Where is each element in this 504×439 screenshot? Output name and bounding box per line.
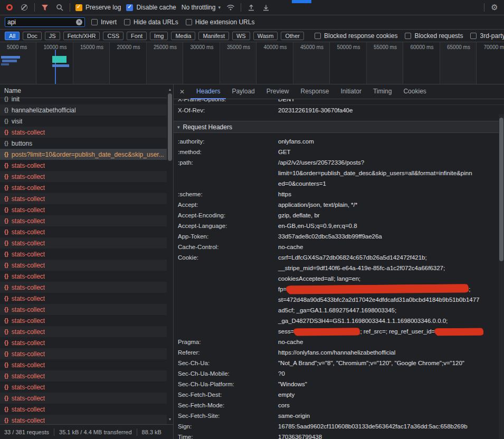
network-overview-timeline[interactable]: 5000 ms10000 ms15000 ms20000 ms25000 ms3… <box>0 42 504 84</box>
record-button[interactable] <box>5 3 14 12</box>
type-filter-js[interactable]: JS <box>45 32 60 40</box>
checkbox-3rd-party-requests[interactable]: 3rd-party requests <box>470 32 504 40</box>
tab-payload[interactable]: Payload <box>226 84 260 99</box>
type-filter-css[interactable]: CSS <box>103 32 123 40</box>
scrollbar-thumb[interactable] <box>499 118 503 261</box>
preserve-log-checkbox[interactable]: Preserve log <box>75 4 121 11</box>
header-name: Accept-Encoding: <box>174 210 278 221</box>
request-row[interactable]: {}stats-collect <box>0 370 167 381</box>
request-row[interactable]: {}stats-collect <box>0 304 167 315</box>
type-filter-fetch-xhr[interactable]: Fetch/XHR <box>63 32 100 40</box>
network-conditions-button[interactable] <box>226 3 235 12</box>
request-row[interactable]: {}stats-collect <box>0 404 167 415</box>
scroll-up-icon[interactable]: ▲ <box>168 87 172 92</box>
detail-scrollbar[interactable] <box>499 114 504 439</box>
request-row[interactable]: {}stats-collect <box>0 171 167 182</box>
filter-toggle-button[interactable] <box>40 3 50 12</box>
settings-button[interactable]: ⚙ <box>490 3 499 12</box>
header-row: X-Frame-Options:DENY <box>174 99 504 105</box>
request-row[interactable]: {}stats-collect <box>0 271 167 282</box>
throttling-dropdown[interactable]: No throttling ▾ <box>182 4 221 11</box>
request-name: stats-collect <box>12 129 45 136</box>
request-row[interactable]: {}stats-collect <box>0 381 167 393</box>
request-row[interactable]: {}stats-collect <box>0 249 167 260</box>
header-row: :path:/api2/v2/users/20572336/posts?limi… <box>174 157 504 189</box>
xhr-icon: {} <box>4 163 8 168</box>
xhr-icon: {} <box>4 207 8 213</box>
request-row[interactable]: {}buttons <box>0 138 167 149</box>
request-row[interactable]: {}stats-collect <box>0 337 167 348</box>
checkbox-hide-data-urls[interactable]: Hide data URLs <box>124 18 178 26</box>
request-row[interactable]: {}hannahelizabethofficial <box>0 104 167 116</box>
request-headers-section-header[interactable]: ▾ Request Headers <box>174 121 504 133</box>
import-har-button[interactable] <box>246 3 256 12</box>
clear-button[interactable] <box>20 3 29 12</box>
type-filter-wasm[interactable]: Wasm <box>253 32 278 40</box>
checkbox-blocked-response-cookies[interactable]: Blocked response cookies <box>315 32 397 40</box>
xhr-icon: {} <box>4 185 8 190</box>
type-filter-other[interactable]: Other <box>281 32 304 40</box>
request-row[interactable]: {}posts?limit=10&order=publish_date_desc… <box>0 149 167 160</box>
type-filter-ws[interactable]: WS <box>232 32 250 40</box>
tab-timing[interactable]: Timing <box>367 84 398 99</box>
request-row[interactable]: {}stats-collect <box>0 393 167 404</box>
header-value-line: ad5cf; _ga=GA1.1.689275447.1698003345; <box>278 305 504 316</box>
close-icon[interactable]: ✕ <box>174 88 191 96</box>
request-row[interactable]: {}stats-collect <box>0 326 167 337</box>
request-row[interactable]: {}stats-collect <box>0 127 167 138</box>
type-filter-all[interactable]: All <box>5 32 20 40</box>
tab-response[interactable]: Response <box>294 84 335 99</box>
clear-filter-icon[interactable]: ✕ <box>76 19 82 25</box>
request-row[interactable]: {}stats-collect <box>0 282 167 293</box>
request-list-scrollbar[interactable]: ▲ ▼ <box>167 84 173 424</box>
scrollbar-thumb[interactable] <box>168 93 172 161</box>
status-divider <box>54 428 54 436</box>
network-filter-bar: ✕ InvertHide data URLsHide extension URL… <box>0 15 504 30</box>
request-row[interactable]: {}stats-collect <box>0 293 167 304</box>
request-row[interactable]: {}stats-collect <box>0 359 167 370</box>
request-row[interactable]: {}init <box>0 93 167 104</box>
request-row[interactable]: {}stats-collect <box>0 193 167 204</box>
request-name: buttons <box>12 140 32 147</box>
toolbar-divider <box>484 3 484 12</box>
tab-cookies[interactable]: Cookies <box>397 84 432 99</box>
request-row[interactable]: {}stats-collect <box>0 260 167 271</box>
xhr-icon: {} <box>4 307 8 312</box>
request-row[interactable]: {}stats-collect <box>0 315 167 326</box>
header-value-line: _ga_D4827DS3H4=GS1.1.1698003344.1.1.1698… <box>278 316 504 326</box>
checkbox-hide-extension-urls[interactable]: Hide extension URLs <box>186 18 255 26</box>
request-row[interactable]: {}stats-collect <box>0 348 167 359</box>
type-filter-manifest[interactable]: Manifest <box>198 32 229 40</box>
request-list: {}init{}hannahelizabethofficial{}visit{}… <box>0 93 167 426</box>
header-value-line: ed=0&counters=1 <box>278 178 504 189</box>
search-button[interactable] <box>55 3 64 12</box>
export-har-button[interactable] <box>261 3 271 12</box>
type-filter-font[interactable]: Font <box>127 32 147 40</box>
header-value: 33d57ade8c02dbc5a333db99ff9ae26a <box>278 231 504 242</box>
header-name: Accept-Language: <box>174 221 278 231</box>
type-filter-media[interactable]: Media <box>171 32 195 40</box>
xhr-icon: {} <box>4 140 8 146</box>
request-row[interactable]: {}stats-collect <box>0 204 167 215</box>
request-name: stats-collect <box>12 228 45 236</box>
tab-initiator[interactable]: Initiator <box>335 84 367 99</box>
request-row[interactable]: {}stats-collect <box>0 215 167 226</box>
request-row[interactable]: {}stats-collect <box>0 237 167 249</box>
filter-input[interactable] <box>7 18 74 26</box>
header-value-line: sess=; ref_src=; reg_ref_user_id= <box>278 326 504 337</box>
disable-cache-checkbox[interactable]: Disable cache <box>126 4 176 11</box>
tab-preview[interactable]: Preview <box>261 84 295 99</box>
header-value: ?0 <box>278 368 504 379</box>
request-row[interactable]: {}stats-collect <box>0 182 167 193</box>
tab-headers[interactable]: Headers <box>191 84 226 99</box>
type-filter-img[interactable]: Img <box>150 32 168 40</box>
scroll-down-icon[interactable]: ▼ <box>168 417 172 422</box>
xhr-icon: {} <box>4 362 8 368</box>
request-row[interactable]: {}stats-collect <box>0 160 167 171</box>
header-value: application/json, text/plain, */* <box>278 199 504 210</box>
request-row[interactable]: {}visit <box>0 116 167 127</box>
checkbox-invert[interactable]: Invert <box>91 18 117 26</box>
checkbox-blocked-requests[interactable]: Blocked requests <box>405 32 463 40</box>
request-row[interactable]: {}stats-collect <box>0 226 167 237</box>
type-filter-doc[interactable]: Doc <box>23 32 42 40</box>
